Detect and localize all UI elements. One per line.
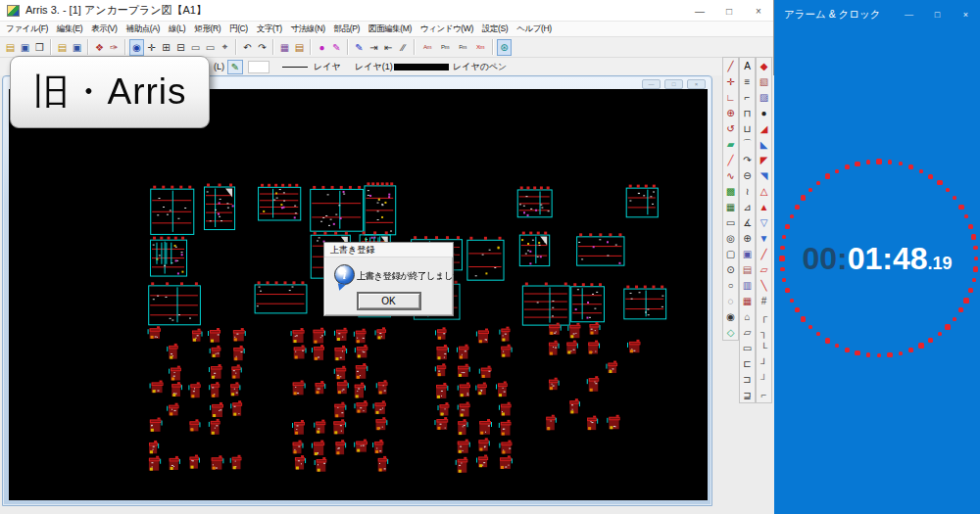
tool-circle-center[interactable]: ⊕ <box>723 105 738 120</box>
zoom-prev-button[interactable]: ▭ <box>203 39 218 56</box>
tool-angle-line[interactable]: ∟ <box>723 89 738 105</box>
tool-corner-br[interactable]: ┘ <box>757 355 771 371</box>
tool-donut[interactable]: ◉ <box>723 308 738 324</box>
menu-item[interactable]: ヘルプ(H) <box>514 23 554 36</box>
tool-corner-bl[interactable]: └ <box>757 340 771 355</box>
tool-curve[interactable]: ↺ <box>723 120 738 136</box>
mini-font-button[interactable]: Fm <box>454 39 471 56</box>
ok-button[interactable]: OK <box>357 292 421 310</box>
undo-button[interactable]: ↶ <box>240 39 255 56</box>
menu-item[interactable]: 部品(P) <box>332 23 362 36</box>
tool-freehand[interactable]: ∿ <box>723 167 738 183</box>
minimize-button[interactable]: — <box>685 0 714 22</box>
tool-dim-u[interactable]: ⊔ <box>740 120 755 136</box>
tool-para[interactable]: ▱ <box>740 324 755 340</box>
tool-circle-s[interactable]: ○ <box>723 277 738 293</box>
tool-box-4[interactable]: ▦ <box>740 293 755 308</box>
tool-bracket-l[interactable]: ⊏ <box>740 355 755 371</box>
tool-text-edit[interactable]: ≡ <box>740 73 755 89</box>
tool-box-2[interactable]: ▤ <box>740 261 755 277</box>
stamp-button[interactable]: ✑ <box>107 39 122 56</box>
tool-ellipse[interactable]: ◌ <box>723 293 738 308</box>
snap-end-button[interactable]: ⇥ <box>367 39 381 56</box>
menu-item[interactable]: 設定(S) <box>480 23 510 36</box>
tool-hatch-2[interactable]: ▨ <box>757 89 771 105</box>
tool-rect[interactable]: ▭ <box>723 214 738 230</box>
tool-box-1[interactable]: ▣ <box>740 246 755 261</box>
save-as-button[interactable]: ▣ <box>70 39 84 56</box>
tool-bracket-b[interactable]: ⊒ <box>740 387 755 402</box>
tool-tri-4[interactable]: ◥ <box>757 167 771 183</box>
open-file-button[interactable]: ▤ <box>3 39 18 56</box>
tool-tri-up-f[interactable]: ▲ <box>757 199 771 214</box>
menu-item[interactable]: ウィンドウ(W) <box>418 23 475 36</box>
tool-bomb[interactable]: ● <box>757 105 771 120</box>
mini-auto-button[interactable]: Am <box>418 39 436 56</box>
tool-box-3[interactable]: ▥ <box>740 277 755 293</box>
tool-home[interactable]: ⌂ <box>740 308 755 324</box>
tool-rect-2[interactable]: ▭ <box>740 340 755 355</box>
zoom-in-all-button[interactable]: ⊟ <box>173 39 188 56</box>
pen-blue-button[interactable]: ✎ <box>352 39 367 56</box>
child-restore-button[interactable]: □ <box>664 79 683 89</box>
tool-corner-tr[interactable]: ┐ <box>757 324 771 340</box>
child-minimize-button[interactable]: — <box>642 79 661 89</box>
tool-fill-green[interactable]: ▩ <box>723 183 738 199</box>
tool-hatch-line[interactable]: ╱ <box>723 152 738 167</box>
tool-point-circle[interactable]: ⊙ <box>723 261 738 277</box>
pen-magenta-button[interactable]: ✎ <box>329 39 344 56</box>
tool-dim-h[interactable]: ⌐ <box>740 89 755 105</box>
menu-item[interactable]: 矩形(R) <box>192 23 222 36</box>
tool-tri-2[interactable]: ◣ <box>757 136 771 152</box>
zoom-out-all-button[interactable]: ⊞ <box>159 39 173 56</box>
tool-circle-cut[interactable]: ⊖ <box>740 167 755 183</box>
menu-item[interactable]: 線(L) <box>167 23 187 36</box>
pan-button[interactable]: ✛ <box>144 39 159 56</box>
menu-item[interactable]: 文字(T) <box>255 23 284 36</box>
zoom-select-button[interactable]: ◉ <box>129 39 144 56</box>
grid-settings-button[interactable]: ▦ <box>277 39 292 56</box>
tool-polygon[interactable]: ◇ <box>723 324 738 340</box>
clock-minimize-button[interactable]: — <box>895 0 923 29</box>
pick-button[interactable]: ⌖ <box>218 39 232 56</box>
tool-arc-dir[interactable]: ↷ <box>740 152 755 167</box>
tool-text[interactable]: A <box>740 58 755 73</box>
redo-button[interactable]: ↷ <box>255 39 270 56</box>
tool-fill-dark[interactable]: ▦ <box>723 199 738 214</box>
clock-maximize-button[interactable]: □ <box>923 0 952 29</box>
tool-para-2[interactable]: ▱ <box>757 261 771 277</box>
tool-wave[interactable]: ≀ <box>740 183 755 199</box>
tool-hash[interactable]: # <box>757 293 771 308</box>
menu-item[interactable]: 寸法線(N) <box>289 23 327 36</box>
tool-tri-dn[interactable]: ▽ <box>757 214 771 230</box>
tool-tri-3[interactable]: ◤ <box>757 152 771 167</box>
tool-triangle[interactable]: ⊿ <box>740 199 755 214</box>
sheet-layout-button[interactable]: ▤ <box>292 39 307 56</box>
tool-hatch-1[interactable]: ▧ <box>757 73 771 89</box>
search-globe-button[interactable]: ⊛ <box>497 39 512 56</box>
tool-backslash[interactable]: ╲ <box>757 277 771 293</box>
point-style-button[interactable]: ● <box>315 39 329 56</box>
menu-item[interactable]: 補助点(A) <box>124 23 162 36</box>
clock-close-button[interactable]: × <box>952 0 980 29</box>
tool-tri-up[interactable]: △ <box>757 183 771 199</box>
maximize-button[interactable]: □ <box>714 0 744 22</box>
menu-item[interactable]: ファイル(F) <box>4 23 50 36</box>
tool-tri-1[interactable]: ◢ <box>757 120 771 136</box>
snap-mid-button[interactable]: ⇤ <box>381 39 396 56</box>
mini-x-button[interactable]: Xm <box>471 39 489 56</box>
tool-tri-dn-f[interactable]: ▼ <box>757 230 771 246</box>
menu-item[interactable]: 編集(E) <box>55 23 84 36</box>
layer-color-swatch[interactable] <box>248 61 270 73</box>
tool-corner-x[interactable]: ┘ <box>757 371 771 387</box>
hatch-button[interactable]: ∕∕ <box>396 39 411 56</box>
tool-bracket-r[interactable]: ⊐ <box>740 371 755 387</box>
tool-corner-tl[interactable]: ┌ <box>757 308 771 324</box>
tool-shape-j[interactable]: ⌐ <box>757 387 771 402</box>
menu-item[interactable]: 表示(V) <box>89 23 119 36</box>
tool-plus-circle[interactable]: ⊕ <box>740 230 755 246</box>
layer-pen-button[interactable]: ✎ <box>227 60 243 74</box>
tool-line[interactable]: ╱ <box>723 58 738 73</box>
open-drawing-button[interactable]: ▤ <box>55 39 70 56</box>
menu-item[interactable]: 図面編集(M) <box>367 23 414 36</box>
